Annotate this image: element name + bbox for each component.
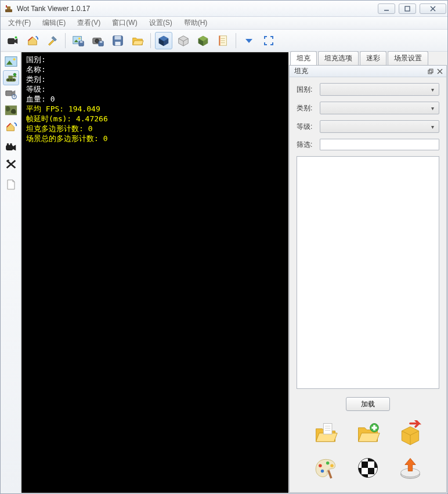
side-scene-button[interactable] — [3, 54, 19, 69]
overlay-line: 血量: 0 — [26, 94, 284, 104]
svg-point-49 — [320, 470, 324, 473]
svg-rect-52 — [327, 470, 332, 478]
action-upload[interactable] — [392, 453, 429, 483]
toolbar-cube-wire-button[interactable] — [175, 32, 192, 49]
tabstrip: 坦克 坦克选项 迷彩 场景设置 — [289, 52, 447, 65]
menu-config[interactable]: 设置(S) — [144, 16, 178, 30]
folder-add-icon — [355, 420, 381, 446]
action-paint[interactable] — [307, 453, 344, 483]
folder-doc-icon — [313, 420, 338, 446]
right-panel: 坦克 坦克选项 迷彩 场景设置 坦克 国 — [289, 52, 447, 493]
tier-combo[interactable] — [320, 120, 439, 133]
drive-upload-icon — [398, 455, 423, 481]
maximize-button[interactable] — [399, 3, 416, 14]
side-file-button[interactable] — [3, 177, 19, 192]
toolbar-save-scene-button[interactable] — [70, 32, 87, 49]
row-filter: 筛选: — [297, 139, 439, 150]
folder-icon — [131, 34, 144, 47]
crossed-tools-icon — [5, 158, 17, 170]
toolbar-cube-textured-button[interactable] — [194, 32, 212, 49]
svg-point-34 — [13, 96, 15, 97]
toolbar-fullscreen-button[interactable] — [260, 32, 277, 49]
menu-window[interactable]: 窗口(W) — [107, 16, 142, 30]
toolbar-save-button[interactable] — [109, 32, 127, 49]
panel-body: 坦克 国别: 类别: — [289, 65, 447, 493]
svg-point-8 — [78, 37, 81, 39]
box-export-icon — [398, 420, 423, 446]
landscape-save-icon — [72, 34, 85, 47]
overlay-line: 帧延时(ms): 4.47266 — [26, 114, 284, 124]
svg-rect-5 — [8, 38, 15, 44]
toolbar-dropdown-button[interactable] — [240, 32, 258, 49]
toolbar-photo-save-button[interactable] — [89, 32, 107, 49]
side-tank-button[interactable] — [3, 70, 19, 85]
load-button[interactable]: 加载 — [346, 397, 390, 411]
menu-edit[interactable]: 编辑(E) — [37, 16, 71, 30]
action-add-folder[interactable] — [349, 418, 386, 448]
action-open-folder[interactable] — [307, 418, 344, 448]
label: 血量: — [26, 95, 46, 103]
value: 0 — [50, 95, 55, 103]
overlay-line: 等级: — [26, 84, 284, 94]
filter-label: 筛选: — [297, 140, 316, 150]
overlay-line: 名称: — [26, 64, 284, 74]
svg-rect-26 — [8, 75, 12, 78]
tab-scene[interactable]: 场景设置 — [388, 51, 428, 65]
menu-file[interactable]: 文件(F) — [3, 16, 36, 30]
tank-list[interactable] — [297, 156, 439, 389]
svg-rect-62 — [374, 474, 381, 481]
home-refresh-icon — [5, 121, 17, 132]
menu-help[interactable]: 帮助(H) — [179, 16, 213, 30]
pane-close-button[interactable] — [436, 67, 444, 75]
svg-point-50 — [326, 461, 330, 465]
side-reset-view-button[interactable] — [3, 119, 19, 134]
type-combo[interactable] — [320, 102, 439, 114]
cube-solid-icon — [157, 34, 170, 47]
country-combo[interactable] — [320, 83, 439, 96]
pane-title: 坦克 — [294, 66, 308, 76]
value: 0 — [103, 134, 108, 143]
tab-camo[interactable]: 迷彩 — [360, 51, 386, 65]
value: 4.47266 — [76, 114, 108, 123]
action-texture[interactable] — [349, 453, 386, 483]
type-label: 类别: — [297, 103, 316, 113]
pane-undock-button[interactable] — [427, 67, 435, 75]
svg-point-24 — [13, 58, 15, 60]
minimize-button[interactable] — [378, 3, 395, 14]
menu-view[interactable]: 查看(V) — [72, 16, 106, 30]
menubar: 文件(F) 编辑(E) 查看(V) 窗口(W) 设置(S) 帮助(H) — [1, 17, 447, 30]
side-record-button[interactable] — [3, 140, 19, 155]
toolbar-camera-button[interactable] — [4, 32, 21, 49]
toolbar-open-button[interactable] — [129, 32, 146, 49]
toolbar-cube-solid-button[interactable] — [155, 32, 172, 49]
tab-tank[interactable]: 坦克 — [290, 51, 317, 65]
toolbar-home-button[interactable] — [24, 32, 41, 49]
svg-rect-41 — [323, 424, 332, 434]
filter-input[interactable] — [320, 139, 439, 150]
label: 坦克多边形计数: — [26, 124, 84, 133]
svg-rect-55 — [355, 455, 362, 461]
app-window: Wot Tank Viewer 1.0.17 文件(F) 编辑(E) 查看(V)… — [0, 0, 448, 494]
notepad-icon — [216, 34, 229, 47]
window-buttons — [378, 3, 446, 14]
svg-point-51 — [330, 464, 334, 468]
toolbar-separator — [65, 33, 66, 48]
side-camera-button[interactable] — [3, 86, 19, 102]
close-button[interactable] — [420, 3, 446, 14]
tab-tank-opts[interactable]: 坦克选项 — [318, 51, 359, 65]
pane-header: 坦克 — [290, 66, 446, 77]
svg-point-28 — [8, 79, 9, 81]
action-export[interactable] — [392, 418, 429, 448]
toolbar — [1, 30, 447, 52]
side-camo-button[interactable] — [3, 103, 19, 118]
toolbar-notes-button[interactable] — [214, 32, 232, 49]
viewport[interactable]: 国别: 名称: 类别: 等级: 血量: 0 平均 FPS: 194.049 — [21, 52, 288, 493]
toolbar-tools-button[interactable] — [44, 32, 61, 49]
load-row: 加载 — [290, 394, 446, 416]
label: 场景总的多边形计数: — [26, 134, 99, 143]
svg-point-30 — [13, 79, 15, 81]
side-crossed-button[interactable] — [3, 156, 19, 171]
row-tier: 等级: — [297, 120, 439, 133]
svg-rect-4 — [405, 6, 410, 11]
form-area: 国别: 类别: 等级: 筛选: — [290, 77, 446, 154]
